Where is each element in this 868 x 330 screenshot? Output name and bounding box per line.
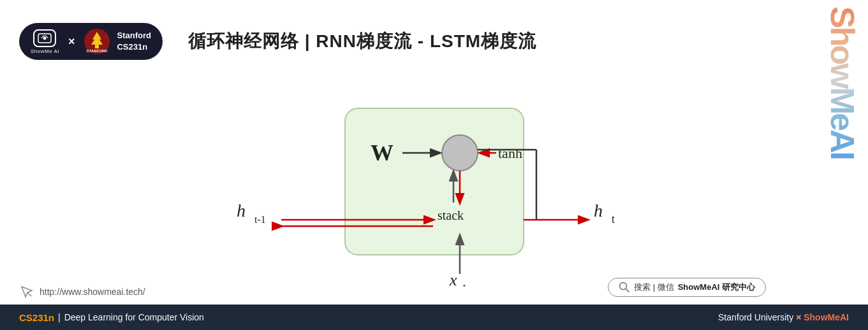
stanford-text: Stanford CS231n bbox=[117, 30, 151, 53]
website-url[interactable]: http://www.showmeai.tech/ bbox=[40, 287, 145, 297]
svg-text:t: t bbox=[463, 282, 466, 287]
footer-course-title: Deep Learning for Computer Vision bbox=[64, 312, 204, 322]
footer-bar: CS231n | Deep Learning for Computer Visi… bbox=[0, 305, 868, 330]
title-area: 循环神经网络 | RNN梯度流 - LSTM梯度流 bbox=[163, 29, 849, 54]
cs231n-label: CS231n bbox=[19, 312, 54, 323]
header: ShowMe AI × STANFORD Stanford CS231n 循环神… bbox=[0, 0, 868, 83]
footer-separator: | bbox=[58, 312, 61, 322]
svg-rect-5 bbox=[95, 45, 99, 48]
svg-point-8 bbox=[442, 135, 478, 171]
search-label: 搜索 | 微信 bbox=[634, 282, 674, 293]
search-icon bbox=[619, 282, 630, 293]
svg-rect-7 bbox=[345, 108, 524, 255]
svg-text:W: W bbox=[371, 140, 394, 166]
showmeai-text: ShowMe AI bbox=[31, 48, 59, 54]
stanford-logo: STANFORD bbox=[84, 28, 110, 55]
svg-text:STANFORD: STANFORD bbox=[87, 49, 108, 53]
svg-text:tanh: tanh bbox=[498, 145, 522, 161]
website-area: http://www.showmeai.tech/ bbox=[19, 284, 145, 299]
footer-left: CS231n | Deep Learning for Computer Visi… bbox=[19, 312, 204, 323]
footer-stanford: Stanford University bbox=[718, 312, 796, 322]
svg-text:t: t bbox=[612, 213, 615, 226]
footer-x: × bbox=[796, 312, 801, 322]
rnn-diagram: W tanh stack h t-1 h t bbox=[217, 89, 651, 287]
cursor-icon bbox=[19, 284, 34, 299]
x-separator: × bbox=[68, 35, 75, 48]
showmeai-logo: ShowMe AI bbox=[31, 29, 59, 54]
svg-point-1 bbox=[43, 36, 47, 39]
footer-right: Stanford University × ShowMeAI bbox=[718, 312, 849, 322]
search-box[interactable]: 搜索 | 微信 ShowMeAI 研究中心 bbox=[608, 278, 766, 297]
svg-text:t-1: t-1 bbox=[254, 214, 266, 225]
diagram-area: W tanh stack h t-1 h t bbox=[0, 83, 868, 293]
showmeai-icon bbox=[33, 29, 56, 47]
svg-line-31 bbox=[626, 289, 629, 292]
svg-line-29 bbox=[27, 292, 31, 296]
svg-text:stack: stack bbox=[438, 208, 464, 222]
svg-text:h: h bbox=[237, 201, 246, 220]
footer-showmeai: ShowMeAI bbox=[804, 312, 849, 322]
svg-text:h: h bbox=[594, 201, 603, 220]
page-title: 循环神经网络 | RNN梯度流 - LSTM梯度流 bbox=[188, 29, 849, 54]
wechat-brand: ShowMeAI 研究中心 bbox=[678, 282, 755, 293]
logo-badge: ShowMe AI × STANFORD Stanford CS231n bbox=[19, 23, 163, 60]
svg-text:x: x bbox=[449, 271, 457, 287]
